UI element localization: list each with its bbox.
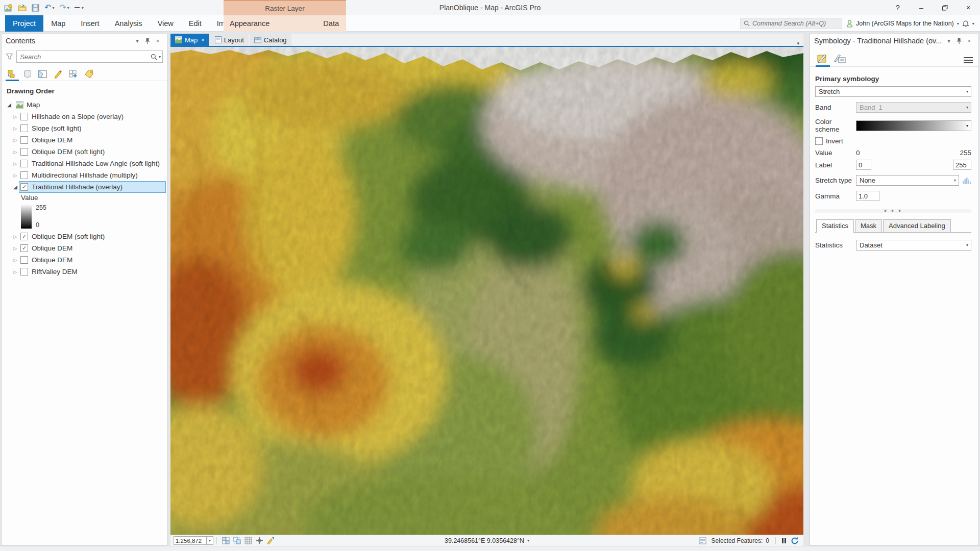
layer-row-body[interactable]: ✓Oblique DEM (soft light) (19, 231, 166, 242)
list-by-drawing-order-button[interactable] (5, 67, 20, 81)
layer-visibility-checkbox[interactable] (20, 256, 28, 264)
ribbon-tab-edit[interactable]: Edit (181, 15, 209, 32)
undo-dropdown-arrow[interactable]: ▾ (52, 6, 54, 10)
symbology-menu-arrow[interactable]: ▾ (944, 36, 954, 46)
layer-row-riftvalley-dem[interactable]: ▷RiftValley DEM (2, 266, 167, 278)
layer-row-hillshade-on-a-slope-overlay[interactable]: ▷Hillshade on a Slope (overlay) (2, 111, 167, 122)
new-project-button[interactable] (4, 4, 13, 12)
expander-icon[interactable]: ▷ (12, 114, 19, 119)
symbology-close-icon[interactable]: × (964, 36, 974, 46)
layer-visibility-checkbox[interactable] (20, 136, 28, 144)
ribbon-tab-project[interactable]: Project (5, 15, 43, 32)
expander-icon[interactable]: ◢ (6, 102, 13, 108)
layer-row-oblique-dem[interactable]: ▷✓Oblique DEM (2, 242, 167, 254)
expander-icon[interactable]: ▷ (12, 138, 19, 143)
layer-visibility-checkbox[interactable]: ✓ (20, 244, 28, 252)
expander-icon[interactable]: ◢ (12, 184, 19, 190)
layer-row-oblique-dem[interactable]: ▷Oblique DEM (2, 254, 167, 266)
layer-visibility-checkbox[interactable] (20, 113, 28, 120)
contextual-tab-appearance[interactable]: Appearance (230, 19, 270, 28)
expander-icon[interactable]: ▷ (12, 246, 19, 251)
layer-row-oblique-dem[interactable]: ▷Oblique DEM (2, 134, 167, 146)
restore-button[interactable] (933, 0, 957, 15)
view-tab-close-icon[interactable]: × (201, 37, 204, 43)
selection-list-icon[interactable] (698, 536, 707, 545)
crosshair-button[interactable] (255, 536, 264, 545)
layer-row-body[interactable]: RiftValley DEM (19, 266, 166, 278)
edit-sketch-button[interactable] (266, 536, 275, 545)
layer-row-slope-soft-light[interactable]: ▷Slope (soft light) (2, 122, 167, 134)
layer-visibility-checkbox[interactable]: ✓ (20, 233, 28, 240)
view-tab-map[interactable]: Map× (170, 34, 209, 46)
layer-visibility-checkbox[interactable]: ✓ (20, 183, 28, 191)
coordinate-readout[interactable]: 39.2468561°E 9.0356428°N ▾ (445, 537, 529, 544)
map-scale-control[interactable]: ▾ (174, 536, 213, 545)
view-tab-layout[interactable]: Layout (210, 34, 249, 46)
graticule-button[interactable] (243, 536, 253, 545)
histogram-button[interactable] (962, 177, 971, 185)
layer-row-traditional-hillshade-low-angle-soft-light[interactable]: ▷Traditional Hillshade Low Angle (soft l… (2, 158, 167, 169)
map-scale-input[interactable] (174, 536, 206, 545)
view-tab-catalog[interactable]: Catalog (250, 34, 291, 46)
redo-button[interactable]: ↷ ▾ (59, 4, 69, 12)
layer-row-multidirectional-hillshade-multiply[interactable]: ▷Multidirectional Hillshade (multiply) (2, 169, 167, 181)
pin-icon[interactable] (954, 36, 964, 46)
command-search-input[interactable] (752, 20, 834, 27)
layer-row-body[interactable]: Traditional Hillshade Low Angle (soft li… (19, 158, 166, 169)
invert-checkbox[interactable] (815, 137, 823, 145)
label-min-input[interactable] (856, 160, 871, 170)
command-search[interactable] (740, 18, 842, 29)
filter-icon[interactable] (6, 53, 13, 60)
layer-row-body[interactable]: ✓Oblique DEM (19, 242, 166, 254)
layer-row-body[interactable]: Multidirectional Hillshade (multiply) (19, 169, 166, 181)
pane-options-menu-button[interactable] (962, 54, 974, 66)
expander-icon[interactable]: ▷ (12, 269, 19, 274)
customize-qat-button[interactable]: ▾ (75, 6, 84, 10)
coordinates-dropdown-arrow[interactable]: ▾ (527, 538, 529, 543)
ribbon-tab-view[interactable]: View (150, 15, 181, 32)
ribbon-collapse-arrow[interactable]: ▾ (972, 21, 974, 26)
expander-icon[interactable]: ▷ (12, 161, 19, 166)
help-button[interactable]: ? (886, 0, 910, 15)
layer-visibility-checkbox[interactable] (20, 160, 28, 167)
save-project-button[interactable] (32, 4, 39, 12)
color-scheme-select[interactable]: ▾ (856, 120, 971, 131)
ribbon-tab-analysis[interactable]: Analysis (107, 15, 150, 32)
expander-icon[interactable]: ▷ (12, 173, 19, 178)
layer-visibility-checkbox[interactable] (20, 124, 28, 132)
layer-visibility-checkbox[interactable] (20, 148, 28, 156)
layer-visibility-checkbox[interactable] (20, 268, 28, 276)
map-root-row[interactable]: ◢ Map (2, 99, 167, 111)
close-button[interactable]: × (957, 0, 980, 15)
list-by-data-source-button[interactable] (20, 67, 35, 81)
search-icon[interactable] (151, 54, 157, 60)
search-options-arrow[interactable]: ▾ (159, 55, 161, 59)
expander-icon[interactable]: ▷ (12, 234, 19, 239)
layer-row-body[interactable]: Oblique DEM (19, 134, 166, 146)
layer-visibility-checkbox[interactable] (20, 171, 28, 179)
swap-view-button[interactable] (232, 536, 241, 545)
open-project-button[interactable] (18, 4, 27, 11)
layer-row-oblique-dem-soft-light[interactable]: ▷✓Oblique DEM (soft light) (2, 231, 167, 242)
label-max-input[interactable] (953, 160, 971, 170)
ribbon-tab-map[interactable]: Map (43, 15, 73, 32)
list-by-editing-button[interactable] (51, 67, 66, 81)
list-by-labeling-button[interactable] (81, 67, 96, 81)
undo-button[interactable]: ↶ ▾ (44, 4, 54, 12)
primary-symbology-select[interactable]: Stretch ▾ (815, 86, 971, 97)
list-by-selection-button[interactable] (35, 67, 51, 81)
band-select[interactable]: Band_1 ▾ (856, 102, 971, 113)
stretch-type-select[interactable]: None ▾ (856, 175, 959, 186)
signed-in-user[interactable]: John (ArcGIS Maps for the Nation) (856, 20, 954, 27)
layer-row-body[interactable]: Oblique DEM (soft light) (19, 146, 166, 158)
labeling-properties-tab-button[interactable] (831, 51, 849, 66)
scale-dropdown-arrow[interactable]: ▾ (206, 536, 213, 545)
expander-icon[interactable]: ▷ (12, 149, 19, 155)
layer-row-traditional-hillshade-overlay[interactable]: ◢✓Traditional Hillshade (overlay) (2, 181, 167, 193)
symbology-tab-mask[interactable]: Mask (855, 219, 882, 232)
pane-splitter[interactable]: ● ● ● (815, 209, 971, 213)
ribbon-tab-insert[interactable]: Insert (73, 15, 107, 32)
contents-close-icon[interactable]: × (153, 36, 163, 46)
pause-drawing-button[interactable] (782, 538, 786, 543)
layer-row-oblique-dem-soft-light[interactable]: ▷Oblique DEM (soft light) (2, 146, 167, 158)
